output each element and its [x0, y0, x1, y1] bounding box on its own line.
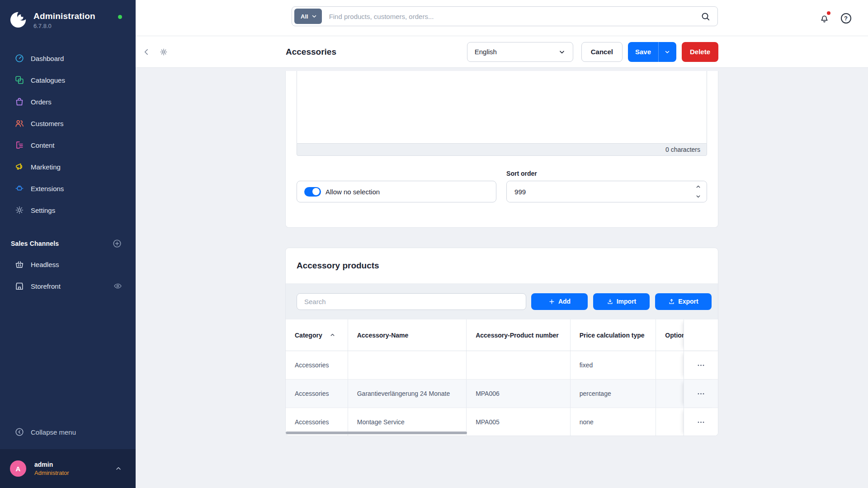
allow-no-selection-toggle[interactable] [304, 187, 321, 197]
sales-channels-title: Sales Channels [11, 240, 59, 247]
avatar: A [10, 460, 26, 477]
sidebar-item-label: Orders [31, 98, 52, 106]
app-version: 6.7.8.0 [33, 23, 95, 29]
accessory-products-card: Accessory products Add Import [285, 248, 718, 436]
import-button[interactable]: Import [593, 293, 650, 310]
settings-gear-icon [14, 205, 24, 215]
page-content: 0 characters Allow no selection Sort ord… [136, 68, 868, 488]
export-button[interactable]: Export [655, 293, 712, 310]
notifications-bell-icon[interactable] [818, 12, 830, 24]
shopware-admin-app: Administration 6.7.8.0 Dashboard Catalog… [0, 0, 868, 488]
sort-ascending-icon [330, 332, 335, 338]
search-icon[interactable] [699, 10, 711, 22]
delete-button[interactable]: Delete [682, 42, 718, 62]
column-header-category[interactable]: Category [286, 319, 348, 351]
save-button[interactable]: Save [628, 42, 658, 62]
user-menu[interactable]: A admin Administrator [0, 449, 136, 488]
cell-price-type: fixed [571, 351, 656, 379]
table-row[interactable]: Accessories fixed [286, 351, 718, 380]
cancel-button[interactable]: Cancel [581, 42, 623, 62]
export-icon [668, 298, 675, 305]
cell-category: Accessories [286, 351, 348, 379]
basket-icon [14, 259, 24, 269]
cell-product-number: MPA006 [467, 380, 571, 408]
collapse-menu-label: Collapse menu [31, 428, 76, 436]
content-icon [14, 140, 24, 150]
sidebar-item-dashboard[interactable]: Dashboard [0, 47, 136, 69]
column-header-accessory-name[interactable]: Accessory-Name [348, 319, 467, 351]
save-button-group: Save [628, 42, 676, 62]
extensions-icon [14, 183, 24, 193]
add-button[interactable]: Add [531, 293, 588, 310]
save-options-chevron-icon[interactable] [658, 42, 676, 62]
sidebar-item-customers[interactable]: Customers [0, 113, 136, 134]
accessory-products-title: Accessory products [297, 261, 379, 271]
editor-text-area[interactable] [297, 71, 707, 143]
sidebar-item-label: Catalogues [31, 76, 65, 84]
sidebar-item-label: Marketing [31, 163, 61, 171]
sales-channels-section-header: Sales Channels [0, 234, 136, 253]
allow-no-selection-field[interactable]: Allow no selection [297, 181, 496, 202]
sidebar-item-content[interactable]: Content [0, 134, 136, 156]
cell-product-number [467, 351, 571, 379]
sidebar-item-storefront[interactable]: Storefront [0, 275, 136, 297]
sidebar-item-catalogues[interactable]: Catalogues [0, 69, 136, 91]
marketing-icon [14, 162, 24, 172]
customers-icon [14, 118, 24, 128]
dashboard-icon [14, 53, 24, 63]
category-detail-card: 0 characters Allow no selection Sort ord… [285, 71, 718, 228]
table-header-row: Category Accessory-Name Accessory-Produc… [286, 319, 718, 351]
sidebar-item-settings[interactable]: Settings [0, 199, 136, 221]
page-settings-gear-icon[interactable] [159, 47, 168, 56]
sidebar-item-orders[interactable]: Orders [0, 91, 136, 113]
row-context-menu-icon[interactable] [694, 358, 708, 372]
storefront-icon [14, 281, 24, 291]
user-name: admin [34, 461, 69, 468]
table-row[interactable]: Accessories Garantieverlängerung 24 Mona… [286, 380, 718, 408]
sidebar-item-label: Headless [31, 261, 59, 268]
cell-category: Accessories [286, 380, 348, 408]
column-header-price-type[interactable]: Price calculation type [571, 319, 656, 351]
collapse-menu-button[interactable]: Collapse menu [0, 421, 136, 443]
cell-options [656, 351, 684, 379]
sidebar-item-headless[interactable]: Headless [0, 253, 136, 275]
global-search-input[interactable] [329, 13, 699, 20]
notification-badge [827, 11, 830, 15]
back-chevron-icon[interactable] [142, 47, 151, 56]
sidebar-item-marketing[interactable]: Marketing [0, 156, 136, 178]
search-scope-dropdown[interactable]: All [294, 9, 322, 24]
sort-order-field [506, 181, 707, 202]
sidebar: Administration 6.7.8.0 Dashboard Catalog… [0, 0, 136, 488]
cell-product-number: MPA005 [467, 408, 571, 436]
sidebar-item-extensions[interactable]: Extensions [0, 178, 136, 199]
toggle-label: Allow no selection [326, 188, 380, 196]
global-search-bar: All [292, 6, 718, 26]
sort-order-input[interactable] [507, 181, 707, 202]
app-title: Administration [33, 11, 95, 21]
grid-search-input[interactable] [297, 293, 526, 310]
cell-price-type: percentage [571, 380, 656, 408]
sidebar-item-label: Customers [31, 120, 64, 127]
add-sales-channel-icon[interactable] [112, 239, 122, 249]
sidebar-item-label: Storefront [31, 282, 61, 290]
cell-options [656, 408, 684, 436]
column-header-product-number[interactable]: Accessory-Product number [467, 319, 571, 351]
column-header-options[interactable]: Options [656, 319, 684, 351]
page-title: Accessories [286, 47, 336, 57]
horizontal-scrollbar-thumb[interactable] [286, 432, 467, 434]
language-select-value: English [475, 48, 497, 56]
row-context-menu-icon[interactable] [694, 415, 708, 429]
status-dot [118, 15, 122, 19]
language-select[interactable]: English [467, 42, 573, 62]
sidebar-header: Administration 6.7.8.0 [0, 0, 136, 47]
stepper-up-icon[interactable] [695, 184, 701, 190]
help-icon[interactable]: ? [840, 12, 852, 24]
stepper-down-icon[interactable] [695, 193, 701, 199]
user-role: Administrator [34, 469, 69, 476]
description-editor: 0 characters [297, 71, 707, 156]
row-context-menu-icon[interactable] [694, 387, 708, 400]
import-icon [607, 298, 613, 305]
visibility-eye-icon[interactable] [113, 282, 122, 291]
cell-price-type: none [571, 408, 656, 436]
grid-toolbar: Add Import Export [286, 283, 718, 319]
